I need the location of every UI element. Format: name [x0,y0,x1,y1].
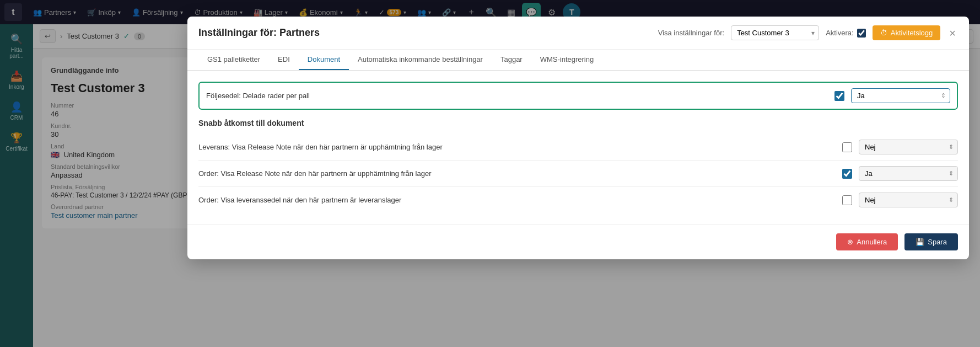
activity-log-icon: ⏱ [880,29,887,37]
settings-row-order-leverans: Order: Visa leveranssedel när den här pa… [198,187,958,213]
tab-taggar[interactable]: Taggar [492,50,531,70]
modal-tabs: GS1 palletiketter EDI Dokument Automatis… [187,50,969,71]
tab-gs1[interactable]: GS1 palletiketter [198,50,269,70]
order-leverans-select-wrapper: Ja Nej ⇕ [859,193,958,207]
modal-title: Inställningar för: Partners [198,27,649,39]
save-icon: 💾 [916,238,924,246]
settings-row-leverans: Leverans: Visa Release Note när den här … [198,134,958,161]
aktivitetslogg-button[interactable]: ⏱ Aktivitetslogg [873,25,941,40]
aktivera-label: Aktivera: [826,29,854,37]
modal-header: Inställningar för: Partners Visa inställ… [187,17,969,50]
order-release-select[interactable]: Ja Nej [859,166,958,181]
order-release-select-wrapper: Ja Nej ⇕ [859,166,958,181]
cancel-icon: ⊗ [847,238,853,246]
tab-edi[interactable]: EDI [269,50,299,70]
first-row-select[interactable]: Ja Nej [851,88,950,103]
save-button[interactable]: 💾 Spara [904,233,958,250]
leverans-select[interactable]: Ja Nej [859,140,958,154]
visa-select[interactable]: Test Customer 3 [731,25,819,40]
visa-select-wrapper: Test Customer 3 ▾ [731,25,819,40]
modal-header-controls: Visa inställningar för: Test Customer 3 … [658,25,958,40]
modal-body: Följesedel: Delade rader per pall Ja Nej… [187,71,969,224]
leverans-select-wrapper: Ja Nej ⇕ [859,140,958,154]
leverans-label: Leverans: Visa Release Note när den här … [198,143,836,151]
order-release-label: Order: Visa Release Note när den här par… [198,169,836,178]
tab-auto-bestallningar[interactable]: Automatiska inkommande beställningar [349,50,492,70]
modal-close-button[interactable]: × [947,28,958,39]
settings-first-row: Följesedel: Delade rader per pall Ja Nej… [198,82,958,110]
order-leverans-checkbox[interactable] [842,195,852,205]
order-leverans-label: Order: Visa leveranssedel när den här pa… [198,196,836,204]
quick-access-title: Snabb åtkomst till dokument [198,119,958,127]
tab-dokument[interactable]: Dokument [299,50,349,70]
first-row-select-wrapper: Ja Nej ⇕ [851,88,950,103]
visa-label: Visa inställningar för: [658,29,724,37]
order-release-checkbox[interactable] [842,169,852,179]
first-row-label: Följesedel: Delade rader per pall [206,92,828,100]
modal-footer: ⊗ Annullera 💾 Spara [187,224,969,259]
tab-wms[interactable]: WMS-integrering [531,50,603,70]
leverans-checkbox[interactable] [842,142,852,152]
settings-row-order-release: Order: Visa Release Note när den här par… [198,161,958,187]
aktivera-container: Aktivera: [826,29,866,38]
aktivera-checkbox[interactable] [857,29,866,38]
settings-modal: Inställningar för: Partners Visa inställ… [187,17,969,259]
first-row-checkbox[interactable] [834,91,844,101]
order-leverans-select[interactable]: Ja Nej [859,193,958,207]
cancel-button[interactable]: ⊗ Annullera [836,233,898,250]
